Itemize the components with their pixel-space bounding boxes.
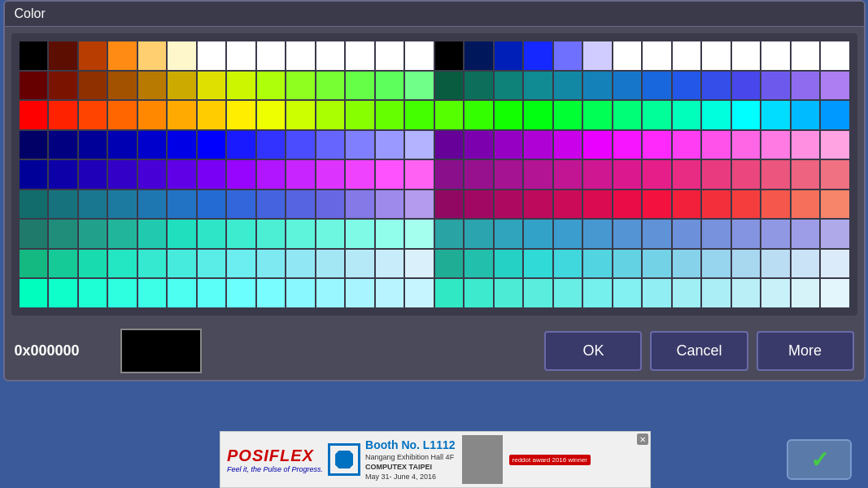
color-cell[interactable] (524, 250, 552, 278)
color-cell[interactable] (79, 220, 107, 248)
color-cell[interactable] (376, 220, 404, 248)
color-cell[interactable] (376, 101, 404, 129)
color-cell[interactable] (702, 250, 731, 278)
color-cell[interactable] (643, 220, 671, 248)
color-cell[interactable] (168, 41, 196, 70)
color-cell[interactable] (495, 250, 523, 278)
color-cell[interactable] (761, 250, 790, 278)
color-cell[interactable] (524, 41, 552, 70)
color-cell[interactable] (316, 190, 345, 219)
color-cell[interactable] (108, 131, 137, 159)
color-cell[interactable] (138, 41, 167, 70)
color-cell[interactable] (376, 72, 404, 100)
color-cell[interactable] (346, 190, 374, 219)
color-cell[interactable] (138, 72, 167, 100)
color-cell[interactable] (405, 131, 434, 159)
color-cell[interactable] (465, 220, 493, 248)
color-cell[interactable] (198, 72, 226, 100)
color-cell[interactable] (20, 250, 48, 278)
color-cell[interactable] (702, 220, 731, 248)
color-cell[interactable] (524, 190, 552, 219)
color-cell[interactable] (376, 131, 404, 159)
color-cell[interactable] (376, 41, 404, 70)
color-cell[interactable] (792, 131, 820, 159)
color-cell[interactable] (108, 160, 137, 189)
color-cell[interactable] (465, 131, 493, 159)
color-cell[interactable] (821, 220, 849, 248)
color-cell[interactable] (613, 190, 642, 219)
color-cell[interactable] (286, 190, 315, 219)
color-cell[interactable] (346, 131, 374, 159)
cancel-button[interactable]: Cancel (650, 331, 748, 371)
more-button[interactable]: More (757, 331, 854, 371)
color-cell[interactable] (316, 250, 345, 278)
color-cell[interactable] (198, 41, 226, 70)
color-cell[interactable] (554, 220, 582, 248)
color-cell[interactable] (465, 72, 493, 100)
color-cell[interactable] (346, 41, 374, 70)
color-cell[interactable] (49, 160, 77, 189)
color-cell[interactable] (286, 250, 315, 278)
color-cell[interactable] (702, 41, 731, 70)
color-cell[interactable] (198, 101, 226, 129)
color-cell[interactable] (286, 279, 315, 307)
color-cell[interactable] (554, 250, 582, 278)
color-cell[interactable] (613, 220, 642, 248)
color-cell[interactable] (643, 160, 671, 189)
color-cell[interactable] (495, 279, 523, 307)
color-cell[interactable] (761, 41, 790, 70)
color-cell[interactable] (227, 131, 255, 159)
color-cell[interactable] (465, 101, 493, 129)
color-cell[interactable] (198, 190, 226, 219)
color-cell[interactable] (435, 160, 464, 189)
color-cell[interactable] (583, 190, 612, 219)
color-cell[interactable] (257, 250, 286, 278)
color-cell[interactable] (732, 160, 761, 189)
color-cell[interactable] (108, 250, 137, 278)
color-cell[interactable] (732, 190, 761, 219)
color-cell[interactable] (613, 41, 642, 70)
color-cell[interactable] (79, 41, 107, 70)
color-cell[interactable] (673, 279, 701, 307)
color-cell[interactable] (821, 250, 849, 278)
color-cell[interactable] (286, 72, 315, 100)
color-cell[interactable] (346, 160, 374, 189)
color-cell[interactable] (227, 101, 255, 129)
color-cell[interactable] (732, 41, 761, 70)
color-cell[interactable] (554, 131, 582, 159)
color-cell[interactable] (673, 160, 701, 189)
color-cell[interactable] (673, 220, 701, 248)
color-cell[interactable] (673, 190, 701, 219)
color-cell[interactable] (821, 101, 849, 129)
color-cell[interactable] (138, 131, 167, 159)
color-cell[interactable] (168, 72, 196, 100)
color-cell[interactable] (524, 72, 552, 100)
color-cell[interactable] (405, 101, 434, 129)
color-cell[interactable] (49, 131, 77, 159)
color-cell[interactable] (316, 160, 345, 189)
color-cell[interactable] (79, 131, 107, 159)
color-cell[interactable] (792, 279, 820, 307)
color-cell[interactable] (495, 190, 523, 219)
color-cell[interactable] (257, 220, 286, 248)
color-cell[interactable] (495, 220, 523, 248)
color-cell[interactable] (168, 220, 196, 248)
color-cell[interactable] (20, 160, 48, 189)
color-cell[interactable] (168, 190, 196, 219)
color-cell[interactable] (316, 131, 345, 159)
color-cell[interactable] (405, 250, 434, 278)
color-cell[interactable] (495, 160, 523, 189)
color-cell[interactable] (554, 279, 582, 307)
color-cell[interactable] (286, 101, 315, 129)
color-cell[interactable] (435, 72, 464, 100)
color-cell[interactable] (821, 190, 849, 219)
color-cell[interactable] (49, 101, 77, 129)
color-cell[interactable] (435, 220, 464, 248)
color-cell[interactable] (613, 279, 642, 307)
color-cell[interactable] (376, 190, 404, 219)
color-cell[interactable] (583, 72, 612, 100)
color-cell[interactable] (465, 160, 493, 189)
color-cell[interactable] (732, 131, 761, 159)
color-cell[interactable] (168, 131, 196, 159)
color-cell[interactable] (702, 279, 731, 307)
